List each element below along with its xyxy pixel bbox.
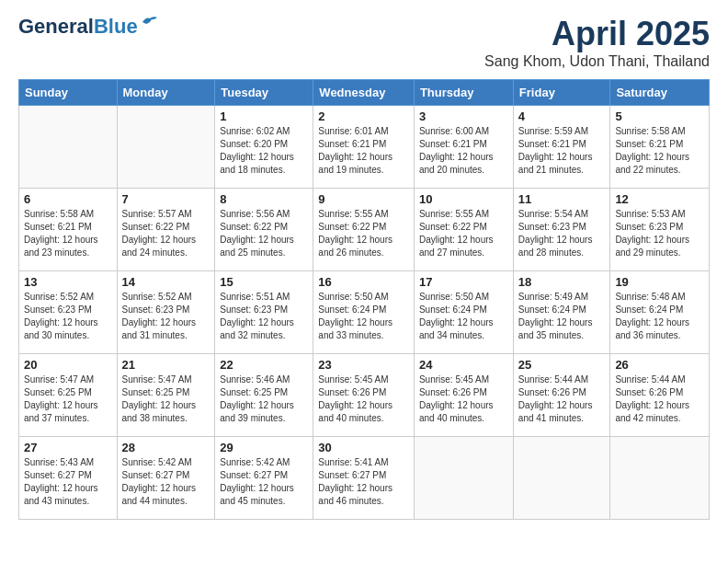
day-number: 16 bbox=[318, 275, 409, 289]
day-info: Sunrise: 6:00 AM Sunset: 6:21 PM Dayligh… bbox=[419, 125, 508, 177]
weekday-header-friday: Friday bbox=[513, 80, 610, 106]
weekday-header-monday: Monday bbox=[117, 80, 215, 106]
calendar-body: 1Sunrise: 6:02 AM Sunset: 6:20 PM Daylig… bbox=[19, 106, 710, 520]
calendar-cell bbox=[414, 437, 513, 520]
calendar-cell: 23Sunrise: 5:45 AM Sunset: 6:26 PM Dayli… bbox=[313, 354, 415, 437]
day-info: Sunrise: 5:49 AM Sunset: 6:24 PM Dayligh… bbox=[518, 291, 606, 342]
calendar-cell: 2Sunrise: 6:01 AM Sunset: 6:21 PM Daylig… bbox=[313, 106, 415, 189]
day-info: Sunrise: 5:58 AM Sunset: 6:21 PM Dayligh… bbox=[24, 208, 112, 259]
day-info: Sunrise: 5:44 AM Sunset: 6:26 PM Dayligh… bbox=[518, 373, 606, 425]
calendar-cell: 27Sunrise: 5:43 AM Sunset: 6:27 PM Dayli… bbox=[19, 437, 118, 520]
calendar-cell: 25Sunrise: 5:44 AM Sunset: 6:26 PM Dayli… bbox=[513, 354, 610, 437]
day-number: 21 bbox=[122, 358, 210, 372]
calendar-cell: 5Sunrise: 5:58 AM Sunset: 6:21 PM Daylig… bbox=[610, 106, 710, 189]
calendar-cell bbox=[513, 437, 610, 520]
day-info: Sunrise: 5:50 AM Sunset: 6:24 PM Dayligh… bbox=[318, 291, 409, 342]
calendar-header: SundayMondayTuesdayWednesdayThursdayFrid… bbox=[19, 80, 710, 106]
week-row-1: 1Sunrise: 6:02 AM Sunset: 6:20 PM Daylig… bbox=[19, 106, 710, 189]
day-number: 27 bbox=[24, 441, 112, 454]
calendar-table: SundayMondayTuesdayWednesdayThursdayFrid… bbox=[18, 79, 710, 520]
calendar-cell: 10Sunrise: 5:55 AM Sunset: 6:22 PM Dayli… bbox=[414, 189, 513, 271]
day-info: Sunrise: 5:57 AM Sunset: 6:22 PM Dayligh… bbox=[122, 208, 210, 259]
day-info: Sunrise: 5:56 AM Sunset: 6:22 PM Dayligh… bbox=[220, 208, 308, 259]
calendar-cell: 1Sunrise: 6:02 AM Sunset: 6:20 PM Daylig… bbox=[215, 106, 313, 189]
day-info: Sunrise: 5:59 AM Sunset: 6:21 PM Dayligh… bbox=[518, 125, 606, 177]
logo: GeneralBlue bbox=[18, 15, 157, 39]
calendar-cell: 15Sunrise: 5:51 AM Sunset: 6:23 PM Dayli… bbox=[215, 271, 313, 354]
calendar-cell: 12Sunrise: 5:53 AM Sunset: 6:23 PM Dayli… bbox=[610, 189, 710, 271]
calendar-cell: 18Sunrise: 5:49 AM Sunset: 6:24 PM Dayli… bbox=[513, 271, 610, 354]
day-number: 7 bbox=[122, 192, 210, 206]
week-row-4: 20Sunrise: 5:47 AM Sunset: 6:25 PM Dayli… bbox=[19, 354, 710, 437]
calendar-cell: 17Sunrise: 5:50 AM Sunset: 6:24 PM Dayli… bbox=[414, 271, 513, 354]
day-info: Sunrise: 5:45 AM Sunset: 6:26 PM Dayligh… bbox=[318, 373, 409, 425]
calendar-cell: 11Sunrise: 5:54 AM Sunset: 6:23 PM Dayli… bbox=[513, 189, 610, 271]
day-info: Sunrise: 6:02 AM Sunset: 6:20 PM Dayligh… bbox=[220, 125, 308, 177]
calendar-cell: 8Sunrise: 5:56 AM Sunset: 6:22 PM Daylig… bbox=[215, 189, 313, 271]
day-number: 12 bbox=[615, 192, 704, 206]
week-row-5: 27Sunrise: 5:43 AM Sunset: 6:27 PM Dayli… bbox=[19, 437, 710, 520]
header: GeneralBlue April 2025 Sang Khom, Udon T… bbox=[18, 15, 710, 70]
logo-text: GeneralBlue bbox=[18, 16, 138, 38]
day-info: Sunrise: 5:46 AM Sunset: 6:25 PM Dayligh… bbox=[220, 373, 308, 425]
day-info: Sunrise: 5:44 AM Sunset: 6:26 PM Dayligh… bbox=[615, 373, 704, 425]
calendar-cell: 29Sunrise: 5:42 AM Sunset: 6:27 PM Dayli… bbox=[215, 437, 313, 520]
calendar-cell: 13Sunrise: 5:52 AM Sunset: 6:23 PM Dayli… bbox=[19, 271, 118, 354]
day-info: Sunrise: 5:51 AM Sunset: 6:23 PM Dayligh… bbox=[220, 291, 308, 342]
day-number: 25 bbox=[518, 358, 606, 372]
day-number: 10 bbox=[419, 192, 508, 206]
header-row: SundayMondayTuesdayWednesdayThursdayFrid… bbox=[19, 80, 710, 106]
calendar-cell: 6Sunrise: 5:58 AM Sunset: 6:21 PM Daylig… bbox=[19, 189, 118, 271]
day-info: Sunrise: 5:52 AM Sunset: 6:23 PM Dayligh… bbox=[24, 291, 112, 342]
bird-icon bbox=[141, 15, 157, 29]
day-info: Sunrise: 5:58 AM Sunset: 6:21 PM Dayligh… bbox=[615, 125, 704, 177]
calendar-cell bbox=[19, 106, 118, 189]
day-number: 20 bbox=[24, 358, 112, 372]
day-number: 18 bbox=[518, 275, 606, 289]
day-info: Sunrise: 5:43 AM Sunset: 6:27 PM Dayligh… bbox=[24, 456, 112, 508]
calendar-cell: 3Sunrise: 6:00 AM Sunset: 6:21 PM Daylig… bbox=[414, 106, 513, 189]
day-number: 15 bbox=[220, 275, 308, 289]
calendar-cell: 20Sunrise: 5:47 AM Sunset: 6:25 PM Dayli… bbox=[19, 354, 118, 437]
day-info: Sunrise: 5:55 AM Sunset: 6:22 PM Dayligh… bbox=[419, 208, 508, 259]
day-info: Sunrise: 5:54 AM Sunset: 6:23 PM Dayligh… bbox=[518, 208, 606, 259]
weekday-header-saturday: Saturday bbox=[610, 80, 710, 106]
calendar-cell: 26Sunrise: 5:44 AM Sunset: 6:26 PM Dayli… bbox=[610, 354, 710, 437]
subtitle: Sang Khom, Udon Thani, Thailand bbox=[484, 53, 710, 70]
day-number: 23 bbox=[318, 358, 409, 372]
calendar-cell: 21Sunrise: 5:47 AM Sunset: 6:25 PM Dayli… bbox=[117, 354, 215, 437]
day-info: Sunrise: 5:42 AM Sunset: 6:27 PM Dayligh… bbox=[122, 456, 210, 508]
calendar-cell: 30Sunrise: 5:41 AM Sunset: 6:27 PM Dayli… bbox=[313, 437, 415, 520]
week-row-2: 6Sunrise: 5:58 AM Sunset: 6:21 PM Daylig… bbox=[19, 189, 710, 271]
day-number: 28 bbox=[122, 441, 210, 454]
title-area: April 2025 Sang Khom, Udon Thani, Thaila… bbox=[484, 15, 710, 70]
day-number: 3 bbox=[419, 109, 508, 123]
day-info: Sunrise: 5:47 AM Sunset: 6:25 PM Dayligh… bbox=[24, 373, 112, 425]
day-info: Sunrise: 6:01 AM Sunset: 6:21 PM Dayligh… bbox=[318, 125, 409, 177]
day-number: 5 bbox=[615, 109, 704, 123]
day-number: 17 bbox=[419, 275, 508, 289]
day-number: 22 bbox=[220, 358, 308, 372]
weekday-header-wednesday: Wednesday bbox=[313, 80, 415, 106]
day-info: Sunrise: 5:47 AM Sunset: 6:25 PM Dayligh… bbox=[122, 373, 210, 425]
day-info: Sunrise: 5:50 AM Sunset: 6:24 PM Dayligh… bbox=[419, 291, 508, 342]
day-number: 26 bbox=[615, 358, 704, 372]
day-number: 11 bbox=[518, 192, 606, 206]
calendar-cell: 4Sunrise: 5:59 AM Sunset: 6:21 PM Daylig… bbox=[513, 106, 610, 189]
calendar-cell bbox=[117, 106, 215, 189]
calendar-cell: 9Sunrise: 5:55 AM Sunset: 6:22 PM Daylig… bbox=[313, 189, 415, 271]
day-number: 24 bbox=[419, 358, 508, 372]
day-number: 13 bbox=[24, 275, 112, 289]
day-number: 30 bbox=[318, 441, 409, 454]
day-number: 29 bbox=[220, 441, 308, 454]
weekday-header-sunday: Sunday bbox=[19, 80, 118, 106]
day-info: Sunrise: 5:45 AM Sunset: 6:26 PM Dayligh… bbox=[419, 373, 508, 425]
day-number: 14 bbox=[122, 275, 210, 289]
day-number: 6 bbox=[24, 192, 112, 206]
day-info: Sunrise: 5:55 AM Sunset: 6:22 PM Dayligh… bbox=[318, 208, 409, 259]
day-number: 9 bbox=[318, 192, 409, 206]
calendar-cell: 7Sunrise: 5:57 AM Sunset: 6:22 PM Daylig… bbox=[117, 189, 215, 271]
calendar-cell: 14Sunrise: 5:52 AM Sunset: 6:23 PM Dayli… bbox=[117, 271, 215, 354]
calendar-cell: 22Sunrise: 5:46 AM Sunset: 6:25 PM Dayli… bbox=[215, 354, 313, 437]
day-number: 8 bbox=[220, 192, 308, 206]
